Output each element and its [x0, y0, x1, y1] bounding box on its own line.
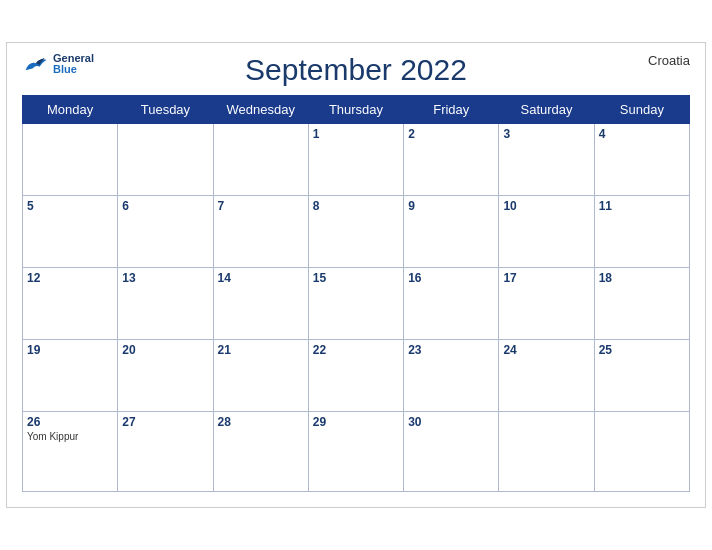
day-number: 28	[218, 415, 304, 429]
calendar-cell: 1	[308, 124, 403, 196]
day-number: 18	[599, 271, 685, 285]
calendar-cell: 22	[308, 340, 403, 412]
day-number: 30	[408, 415, 494, 429]
calendar-cell	[213, 124, 308, 196]
calendar-cell	[594, 412, 689, 492]
day-number: 10	[503, 199, 589, 213]
calendar-cell: 6	[118, 196, 213, 268]
calendar-cell: 28	[213, 412, 308, 492]
calendar-cell: 16	[404, 268, 499, 340]
day-number: 7	[218, 199, 304, 213]
calendar-cell: 10	[499, 196, 594, 268]
weekday-header: Tuesday	[118, 96, 213, 124]
logo-blue-text: Blue	[53, 64, 94, 75]
day-number: 6	[122, 199, 208, 213]
day-number: 20	[122, 343, 208, 357]
calendar-cell: 7	[213, 196, 308, 268]
week-row: 26Yom Kippur27282930	[23, 412, 690, 492]
day-number: 3	[503, 127, 589, 141]
day-number: 5	[27, 199, 113, 213]
day-number: 4	[599, 127, 685, 141]
day-number: 22	[313, 343, 399, 357]
calendar-cell	[499, 412, 594, 492]
calendar-cell: 19	[23, 340, 118, 412]
calendar-header: General Blue September 2022 Croatia	[22, 53, 690, 87]
calendar-cell: 13	[118, 268, 213, 340]
calendar-cell: 24	[499, 340, 594, 412]
weekday-header: Thursday	[308, 96, 403, 124]
day-number: 12	[27, 271, 113, 285]
week-row: 12131415161718	[23, 268, 690, 340]
day-number: 21	[218, 343, 304, 357]
day-number: 1	[313, 127, 399, 141]
calendar-grid: MondayTuesdayWednesdayThursdayFridaySatu…	[22, 95, 690, 492]
weekday-header: Wednesday	[213, 96, 308, 124]
day-number: 25	[599, 343, 685, 357]
calendar-cell: 18	[594, 268, 689, 340]
calendar-cell: 15	[308, 268, 403, 340]
day-event: Yom Kippur	[27, 431, 113, 442]
week-row: 1234	[23, 124, 690, 196]
weekday-header-row: MondayTuesdayWednesdayThursdayFridaySatu…	[23, 96, 690, 124]
calendar-cell: 20	[118, 340, 213, 412]
day-number: 8	[313, 199, 399, 213]
day-number: 2	[408, 127, 494, 141]
weekday-header: Saturday	[499, 96, 594, 124]
day-number: 11	[599, 199, 685, 213]
calendar-cell: 5	[23, 196, 118, 268]
calendar-cell: 29	[308, 412, 403, 492]
calendar-wrapper: General Blue September 2022 Croatia Mond…	[6, 42, 706, 508]
logo-area: General Blue	[22, 53, 94, 75]
logo-bird-icon	[22, 54, 50, 74]
day-number: 24	[503, 343, 589, 357]
calendar-cell: 8	[308, 196, 403, 268]
calendar-cell: 26Yom Kippur	[23, 412, 118, 492]
day-number: 19	[27, 343, 113, 357]
calendar-cell: 3	[499, 124, 594, 196]
weekday-header: Friday	[404, 96, 499, 124]
calendar-cell: 11	[594, 196, 689, 268]
day-number: 9	[408, 199, 494, 213]
calendar-cell: 21	[213, 340, 308, 412]
day-number: 13	[122, 271, 208, 285]
calendar-cell: 30	[404, 412, 499, 492]
calendar-cell: 17	[499, 268, 594, 340]
calendar-cell: 27	[118, 412, 213, 492]
day-number: 16	[408, 271, 494, 285]
calendar-title: September 2022	[245, 53, 467, 87]
calendar-cell: 4	[594, 124, 689, 196]
week-row: 19202122232425	[23, 340, 690, 412]
weekday-header: Monday	[23, 96, 118, 124]
day-number: 14	[218, 271, 304, 285]
day-number: 23	[408, 343, 494, 357]
week-row: 567891011	[23, 196, 690, 268]
country-label: Croatia	[648, 53, 690, 68]
calendar-body: 1234567891011121314151617181920212223242…	[23, 124, 690, 492]
day-number: 15	[313, 271, 399, 285]
day-number: 26	[27, 415, 113, 429]
calendar-cell: 23	[404, 340, 499, 412]
calendar-cell: 12	[23, 268, 118, 340]
calendar-cell: 25	[594, 340, 689, 412]
calendar-cell: 2	[404, 124, 499, 196]
day-number: 27	[122, 415, 208, 429]
day-number: 17	[503, 271, 589, 285]
day-number: 29	[313, 415, 399, 429]
calendar-cell: 14	[213, 268, 308, 340]
calendar-cell	[118, 124, 213, 196]
calendar-cell	[23, 124, 118, 196]
calendar-cell: 9	[404, 196, 499, 268]
weekday-header: Sunday	[594, 96, 689, 124]
